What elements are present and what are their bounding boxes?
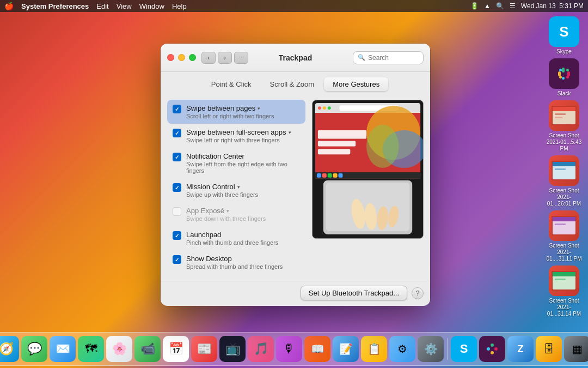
notification-center-title: Notification Center: [186, 152, 300, 160]
dock-notes[interactable]: 📝: [333, 336, 359, 362]
launchpad-title: Launchpad: [186, 231, 278, 239]
dock-calendar[interactable]: 📅: [163, 336, 189, 362]
setting-swipe-fullscreen[interactable]: ✓ Swipe between full-screen apps ▾ Swipe…: [167, 124, 305, 148]
app-name[interactable]: System Preferences: [21, 2, 89, 10]
svg-rect-0: [558, 71, 561, 76]
chevron-icon: ▾: [237, 184, 240, 190]
svg-point-6: [566, 76, 569, 79]
notification-center-desc: Swipe left from the right edge with two …: [186, 161, 300, 174]
checkbox-launchpad[interactable]: ✓: [173, 231, 181, 240]
mission-control-desc: Swipe up with three fingers: [186, 191, 258, 198]
dock-news[interactable]: 📰: [191, 336, 217, 362]
dock-separator: [447, 338, 448, 360]
desktop-icon-skype[interactable]: S Skype: [544, 16, 584, 55]
search-input[interactable]: [368, 54, 417, 62]
dock-maps[interactable]: 🗺: [78, 336, 104, 362]
desktop-icon-screenshot2[interactable]: Screen Shot2021-01...26:01 PM: [544, 155, 584, 207]
swipe-pages-desc: Scroll left or right with two fingers: [186, 113, 274, 119]
close-button[interactable]: [167, 54, 174, 61]
dock-storage[interactable]: 🗄: [536, 336, 562, 362]
maximize-button[interactable]: [189, 54, 196, 61]
screenshot1-label: Screen Shot2021-01...5:43 PM: [545, 132, 583, 152]
dock-facetime[interactable]: 📹: [134, 336, 161, 362]
traffic-lights: [167, 54, 196, 61]
checkbox-app-expose[interactable]: [173, 207, 181, 216]
tab-point-click[interactable]: Point & Click: [203, 77, 260, 91]
screenshot3-icon: [549, 210, 579, 241]
dock-zoom[interactable]: Z: [507, 336, 534, 362]
search-box[interactable]: 🔍: [353, 51, 424, 64]
menu-view[interactable]: View: [117, 2, 132, 10]
desktop-icons: S Skype Slack Screen Shot2021-01...5:43 …: [544, 16, 584, 317]
slack-label: Slack: [558, 91, 571, 97]
menu-notification-icon[interactable]: ☰: [510, 2, 516, 10]
launchpad-text: Launchpad Pinch with thumb and three fin…: [186, 231, 278, 246]
setting-notification-center[interactable]: ✓ Notification Center Swipe left from th…: [167, 148, 305, 178]
minimize-button[interactable]: [178, 54, 185, 61]
dock-mail[interactable]: ✉️: [50, 336, 76, 362]
dock-slack[interactable]: [479, 336, 505, 362]
tab-scroll-zoom[interactable]: Scroll & Zoom: [261, 77, 323, 91]
menu-window[interactable]: Window: [139, 2, 164, 10]
dock-photos[interactable]: 🌸: [106, 336, 132, 362]
dock-tv[interactable]: 📺: [219, 336, 246, 362]
svg-point-7: [559, 69, 562, 71]
menu-battery-icon: 🔋: [470, 2, 479, 10]
svg-rect-20: [555, 224, 566, 225]
dock-podcasts[interactable]: 🎙: [276, 336, 302, 362]
setting-launchpad[interactable]: ✓ Launchpad Pinch with thumb and three f…: [167, 226, 305, 250]
checkbox-show-desktop[interactable]: ✓: [173, 255, 181, 264]
dock-music[interactable]: 🎵: [248, 336, 274, 362]
content-area: ✓ Swipe between pages ▾ Scroll left or r…: [161, 95, 430, 281]
launchpad-desc: Pinch with thumb and three fingers: [186, 239, 278, 246]
menu-search-icon[interactable]: 🔍: [496, 2, 504, 10]
show-desktop-title: Show Desktop: [186, 255, 283, 263]
checkbox-swipe-fullscreen[interactable]: ✓: [173, 129, 181, 137]
trackpad-window: ‹ › ⋯ Trackpad 🔍 Point & Click Scroll & …: [161, 44, 430, 306]
screenshot1-icon: [549, 100, 579, 131]
svg-rect-16: [555, 168, 566, 170]
desktop-icon-screenshot1[interactable]: Screen Shot2021-01...5:43 PM: [544, 100, 584, 152]
setting-app-expose[interactable]: App Exposé ▾ Swipe down with three finge…: [167, 202, 305, 226]
svg-rect-40: [317, 173, 321, 178]
desktop-icon-screenshot3[interactable]: Screen Shot2021-01....31.11 PM: [544, 210, 584, 262]
dock-sticky[interactable]: 📋: [361, 336, 387, 362]
desktop-icon-slack[interactable]: Slack: [544, 58, 584, 97]
dock-skype[interactable]: S: [451, 336, 477, 362]
svg-rect-44: [339, 173, 343, 178]
dock-reeder[interactable]: 📖: [304, 336, 330, 362]
help-button[interactable]: ?: [412, 287, 424, 299]
setting-show-desktop[interactable]: ✓ Show Desktop Spread with thumb and thr…: [167, 250, 305, 274]
tab-bar: Point & Click Scroll & Zoom More Gesture…: [161, 72, 430, 95]
dock-messages[interactable]: 💬: [21, 336, 47, 362]
menu-edit[interactable]: Edit: [96, 2, 108, 10]
dock-bar1[interactable]: ▦: [564, 336, 588, 362]
checkmark: ✓: [175, 130, 179, 136]
checkmark: ✓: [175, 257, 179, 263]
checkbox-swipe-pages[interactable]: ✓: [173, 105, 181, 113]
svg-rect-24: [555, 279, 566, 280]
menu-wifi-icon[interactable]: ▲: [484, 2, 491, 10]
setup-bluetooth-button[interactable]: Set Up Bluetooth Trackpad...: [301, 286, 407, 300]
forward-button[interactable]: ›: [218, 52, 232, 64]
svg-rect-42: [328, 173, 332, 178]
dock-sysprefs[interactable]: ⚙️: [418, 336, 444, 362]
apple-menu[interactable]: 🍎: [4, 2, 14, 10]
dock-xcode[interactable]: ⚙: [389, 336, 415, 362]
checkbox-mission-control[interactable]: ✓: [173, 183, 181, 192]
svg-rect-38: [318, 149, 350, 154]
setting-mission-control[interactable]: ✓ Mission Control ▾ Swipe up with three …: [167, 178, 305, 202]
back-button[interactable]: ‹: [201, 52, 216, 64]
svg-rect-12: [555, 117, 562, 118]
checkbox-notification-center[interactable]: ✓: [173, 153, 181, 161]
swipe-pages-text: Swipe between pages ▾ Scroll left or rig…: [186, 104, 274, 119]
svg-rect-2: [567, 71, 570, 76]
desktop-icon-screenshot4[interactable]: Screen Shot2021-01...31.14 PM: [544, 266, 584, 317]
menu-help[interactable]: Help: [172, 2, 187, 10]
grid-button[interactable]: ⋯: [234, 52, 248, 64]
tab-more-gestures[interactable]: More Gestures: [324, 77, 388, 91]
checkmark: ✓: [175, 106, 179, 112]
setting-swipe-pages[interactable]: ✓ Swipe between pages ▾ Scroll left or r…: [167, 100, 305, 124]
app-expose-text: App Exposé ▾ Swipe down with three finge…: [186, 207, 266, 222]
dock-safari[interactable]: 🧭: [0, 336, 19, 362]
